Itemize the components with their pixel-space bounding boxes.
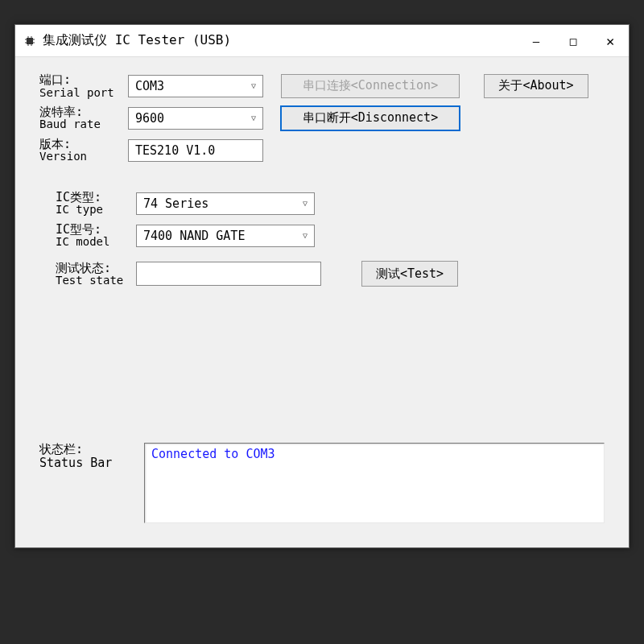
- ic-type-select[interactable]: 74 Series ▽: [136, 192, 315, 215]
- ic-model-select[interactable]: 7400 NAND GATE ▽: [136, 225, 315, 247]
- serial-port-select[interactable]: COM3 ▽: [128, 75, 263, 97]
- window-controls: — □ ✕: [518, 25, 629, 57]
- section-gap: [39, 168, 605, 191]
- version-label-en: Version: [39, 151, 128, 163]
- baud-rate-row: 波特率: Baud rate 9600 ▽ 串口断开<Disconnect>: [39, 105, 605, 131]
- connect-button: 串口连接<Connection>: [281, 74, 460, 98]
- chevron-down-icon: ▽: [251, 114, 256, 122]
- status-bar-row: 状态栏: Status Bar Connected to COM3: [39, 443, 605, 523]
- disconnect-button[interactable]: 串口断开<Disconnect>: [281, 106, 460, 130]
- ic-type-value: 74 Series: [143, 196, 208, 211]
- svg-rect-0: [27, 38, 33, 44]
- serial-port-label-cn: 端口:: [39, 73, 128, 87]
- ic-model-label: IC型号: IC model: [56, 223, 136, 249]
- version-label-cn: 版本:: [39, 138, 128, 151]
- version-row: 版本: Version TES210 V1.0: [39, 138, 605, 163]
- ic-model-value: 7400 NAND GATE: [143, 229, 245, 243]
- baud-rate-label-cn: 波特率:: [39, 105, 128, 119]
- baud-rate-select[interactable]: 9600 ▽: [128, 107, 263, 130]
- chevron-down-icon: ▽: [303, 231, 308, 240]
- test-state-label-cn: 测试状态:: [56, 262, 136, 275]
- minimize-button[interactable]: —: [518, 25, 555, 57]
- baud-rate-label-en: Baud rate: [39, 118, 128, 130]
- ic-type-label: IC类型: IC type: [56, 191, 136, 217]
- titlebar: 集成测试仪 IC Tester (USB) — □ ✕: [15, 25, 629, 57]
- status-bar-output: Connected to COM3: [144, 443, 605, 523]
- chevron-down-icon: ▽: [303, 199, 308, 208]
- test-state-field[interactable]: [136, 262, 321, 286]
- status-bar-label: 状态栏: Status Bar: [39, 443, 144, 469]
- version-label: 版本: Version: [39, 138, 128, 163]
- status-bar-text: Connected to COM3: [151, 447, 275, 461]
- maximize-button[interactable]: □: [555, 25, 592, 57]
- chevron-down-icon: ▽: [251, 81, 256, 90]
- serial-port-label: 端口: Serial port: [39, 73, 128, 99]
- content-area: 端口: Serial port COM3 ▽ 串口连接<Connection> …: [15, 57, 629, 547]
- window-title: 集成测试仪 IC Tester (USB): [43, 32, 518, 49]
- close-button[interactable]: ✕: [592, 25, 629, 57]
- status-bar-label-cn: 状态栏:: [39, 443, 144, 456]
- app-chip-icon: [23, 35, 36, 47]
- serial-port-label-en: Serial port: [39, 87, 128, 99]
- app-window: 集成测试仪 IC Tester (USB) — □ ✕ 端口: Serial p…: [14, 24, 630, 548]
- serial-port-value: COM3: [135, 79, 164, 93]
- test-state-label: 测试状态: Test state: [56, 262, 136, 287]
- ic-model-label-en: IC model: [56, 236, 136, 248]
- ic-type-label-cn: IC类型:: [56, 191, 136, 204]
- ic-type-row: IC类型: IC type 74 Series ▽: [39, 191, 605, 217]
- version-field[interactable]: TES210 V1.0: [128, 139, 263, 162]
- about-button[interactable]: 关于<About>: [484, 74, 588, 98]
- ic-model-row: IC型号: IC model 7400 NAND GATE ▽: [39, 223, 605, 249]
- test-state-label-en: Test state: [56, 275, 136, 287]
- baud-rate-label: 波特率: Baud rate: [39, 105, 128, 131]
- baud-rate-value: 9600: [135, 111, 164, 126]
- ic-model-label-cn: IC型号:: [56, 223, 136, 237]
- test-button[interactable]: 测试<Test>: [361, 261, 458, 287]
- version-value: TES210 V1.0: [135, 143, 215, 158]
- vertical-gap: [39, 291, 605, 443]
- ic-type-label-en: IC type: [56, 204, 136, 216]
- serial-port-row: 端口: Serial port COM3 ▽ 串口连接<Connection> …: [39, 73, 605, 99]
- status-bar-label-en: Status Bar: [39, 456, 144, 470]
- test-state-row: 测试状态: Test state 测试<Test>: [39, 261, 605, 287]
